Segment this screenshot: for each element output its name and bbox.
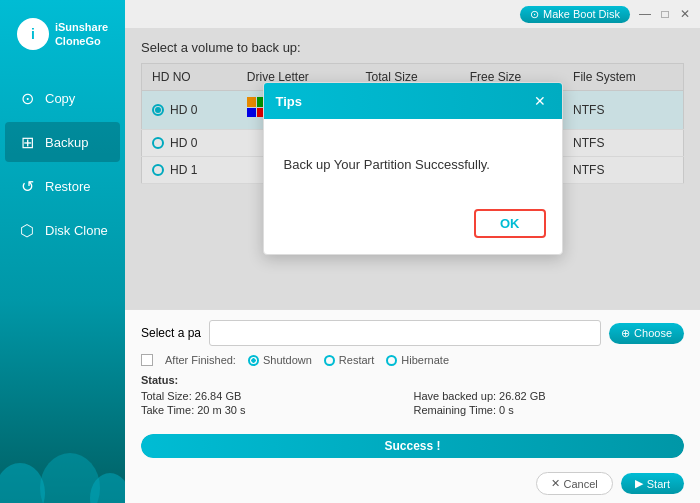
- hibernate-option[interactable]: Hibernate: [386, 354, 449, 366]
- restart-radio[interactable]: [324, 355, 335, 366]
- restart-option[interactable]: Restart: [324, 354, 374, 366]
- boot-icon: ⊙: [530, 8, 539, 21]
- progress-fill: Success !: [141, 434, 684, 458]
- after-finished-checkbox[interactable]: [141, 354, 153, 366]
- modal-title: Tips: [276, 94, 303, 109]
- sidebar-item-disk-clone[interactable]: ⬡ Disk Clone: [5, 210, 120, 250]
- path-input[interactable]: [209, 320, 601, 346]
- close-button[interactable]: ✕: [678, 7, 692, 21]
- start-button[interactable]: ▶ Start: [621, 473, 684, 494]
- logo-area: i iSunshare CloneGo: [9, 10, 116, 58]
- app-logo: i: [17, 18, 49, 50]
- content-area: Select a volume to back up: HD NO Drive …: [125, 28, 700, 309]
- start-icon: ▶: [635, 477, 643, 490]
- window-controls: — □ ✕: [638, 7, 692, 21]
- tips-modal: Tips ✕ Back up Your Partition Successful…: [263, 82, 563, 255]
- sidebar-item-backup[interactable]: ⊞ Backup: [5, 122, 120, 162]
- select-path-label: Select a pa: [141, 326, 201, 340]
- hibernate-radio[interactable]: [386, 355, 397, 366]
- modal-overlay: Tips ✕ Back up Your Partition Successful…: [125, 28, 700, 309]
- modal-header: Tips ✕: [264, 83, 562, 119]
- after-finished-label: After Finished:: [165, 354, 236, 366]
- copy-icon: ⊙: [17, 88, 37, 108]
- select-path-row: Select a pa ⊕ Choose: [141, 320, 684, 346]
- choose-button[interactable]: ⊕ Choose: [609, 323, 684, 344]
- shutdown-radio[interactable]: [248, 355, 259, 366]
- minimize-button[interactable]: —: [638, 7, 652, 21]
- make-boot-disk-button[interactable]: ⊙ Make Boot Disk: [520, 6, 630, 23]
- status-title: Status:: [141, 374, 684, 386]
- total-size-status: Total Size: 26.84 GB: [141, 390, 412, 402]
- status-row: Status: Total Size: 26.84 GB Have backed…: [141, 374, 684, 416]
- status-grid: Total Size: 26.84 GB Have backed up: 26.…: [141, 390, 684, 416]
- checkbox-row: After Finished: Shutdown Restart Hiberna…: [141, 354, 684, 366]
- modal-body: Back up Your Partition Successfully.: [264, 119, 562, 199]
- remaining-status: Remaining Time: 0 s: [414, 404, 685, 416]
- sidebar-item-restore[interactable]: ↺ Restore: [5, 166, 120, 206]
- progress-bar: Success !: [141, 434, 684, 458]
- restore-icon: ↺: [17, 176, 37, 196]
- progress-label: Success !: [384, 439, 440, 453]
- take-time-status: Take Time: 20 m 30 s: [141, 404, 412, 416]
- disk-clone-icon: ⬡: [17, 220, 37, 240]
- ok-button[interactable]: OK: [474, 209, 546, 238]
- maximize-button[interactable]: □: [658, 7, 672, 21]
- plus-icon: ⊕: [621, 327, 630, 340]
- modal-close-button[interactable]: ✕: [530, 91, 550, 111]
- app-name: iSunshare CloneGo: [55, 20, 108, 49]
- modal-message: Back up Your Partition Successfully.: [284, 157, 490, 172]
- titlebar: ⊙ Make Boot Disk — □ ✕: [125, 0, 700, 28]
- bottom-section: Select a pa ⊕ Choose After Finished: Shu…: [125, 309, 700, 426]
- shutdown-option[interactable]: Shutdown: [248, 354, 312, 366]
- cancel-button[interactable]: ✕ Cancel: [536, 472, 613, 495]
- main-content: ⊙ Make Boot Disk — □ ✕ Select a volume t…: [125, 0, 700, 503]
- sidebar: i iSunshare CloneGo ⊙ Copy ⊞ Backup ↺ Re…: [0, 0, 125, 503]
- have-backed-status: Have backed up: 26.82 GB: [414, 390, 685, 402]
- button-row: ✕ Cancel ▶ Start: [125, 466, 700, 503]
- progress-area: Success !: [125, 426, 700, 466]
- sidebar-item-copy[interactable]: ⊙ Copy: [5, 78, 120, 118]
- cancel-icon: ✕: [551, 477, 560, 490]
- modal-footer: OK: [264, 199, 562, 254]
- backup-icon: ⊞: [17, 132, 37, 152]
